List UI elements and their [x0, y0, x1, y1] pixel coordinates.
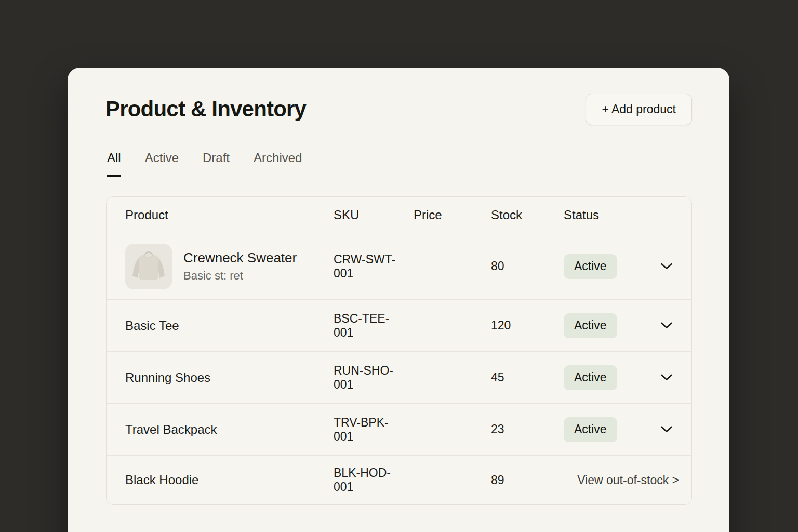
page-title: Product & Inventory: [105, 97, 306, 122]
sku-value: BLK-HOD-001: [334, 466, 414, 494]
product-text: Crewneck Sweater Basic st: ret: [183, 250, 297, 283]
table-header-row: ProductSKUPriceStockStatus: [107, 197, 691, 233]
status-filter-tabs: AllActiveDraftArchived: [107, 151, 302, 177]
product-cell: Running Shoes: [107, 370, 334, 385]
expand-row-button[interactable]: [657, 260, 676, 273]
stock-value: 80: [491, 259, 564, 273]
add-product-button[interactable]: + Add product: [586, 94, 692, 125]
column-header-sku: SKU: [334, 208, 414, 222]
chevron-down-icon: [660, 322, 673, 329]
product-thumbnail: [125, 244, 172, 289]
stock-value: 120: [491, 318, 564, 332]
column-header-status: Status: [564, 208, 647, 222]
product-table: ProductSKUPriceStockStatus Crewneck Swea…: [106, 196, 692, 505]
chevron-down-icon: [660, 426, 673, 433]
product-name: Travel Backpack: [125, 422, 217, 437]
column-header-stock: Stock: [491, 208, 564, 222]
expand-row-button[interactable]: [657, 371, 676, 384]
row-action-cell: [647, 319, 691, 332]
row-action-cell: [647, 423, 691, 436]
table-row[interactable]: Basic Tee BSC-TEE-001 120 Active: [107, 300, 691, 352]
stock-value: 45: [491, 370, 564, 384]
sku-value: BSC-TEE-001: [334, 312, 414, 340]
expand-row-button[interactable]: [657, 319, 676, 332]
product-name: Running Shoes: [125, 370, 210, 385]
table-body: Crewneck Sweater Basic st: ret CRW-SWT-0…: [107, 233, 691, 504]
product-text: Basic Tee: [125, 318, 179, 333]
tab-archived[interactable]: Archived: [254, 151, 302, 177]
chevron-down-icon: [660, 374, 673, 381]
table-row[interactable]: Crewneck Sweater Basic st: ret CRW-SWT-0…: [107, 233, 691, 300]
inventory-panel: Product & Inventory + Add product AllAct…: [68, 68, 729, 532]
status-badge: Active: [564, 313, 617, 338]
expand-row-button[interactable]: [657, 423, 676, 436]
product-text: Travel Backpack: [125, 422, 217, 437]
row-action-cell: [647, 260, 691, 273]
crewneck-sweater-image: [131, 250, 166, 283]
chevron-down-icon: [660, 263, 673, 270]
product-cell: Basic Tee: [107, 318, 334, 333]
tab-active[interactable]: Active: [145, 151, 179, 177]
table-row[interactable]: Running Shoes RUN-SHO-001 45 Active: [107, 352, 691, 404]
row-action-cell: [647, 371, 691, 384]
status-cell: Active: [564, 254, 647, 279]
sku-value: CRW-SWT-001: [334, 252, 414, 281]
product-text: Running Shoes: [125, 370, 210, 385]
tab-all[interactable]: All: [107, 151, 121, 177]
product-cell: Black Hoodie: [107, 473, 334, 487]
stock-value: 23: [491, 422, 564, 436]
status-badge: Active: [564, 254, 617, 279]
table-row[interactable]: Travel Backpack TRV-BPK-001 23 Active: [107, 404, 691, 456]
product-cell: Travel Backpack: [107, 422, 334, 437]
product-text: Black Hoodie: [125, 473, 198, 487]
view-out-of-stock-link[interactable]: View out-of-stock >: [577, 473, 691, 487]
product-cell: Crewneck Sweater Basic st: ret: [107, 244, 334, 289]
product-name: Crewneck Sweater: [183, 250, 297, 266]
product-name: Black Hoodie: [125, 473, 198, 487]
app-background: { "page": { "title": "Product & Inventor…: [0, 0, 798, 532]
product-name: Basic Tee: [125, 318, 179, 333]
product-subtitle: Basic st: ret: [183, 269, 297, 283]
status-cell: Active: [564, 417, 647, 442]
table-row[interactable]: Black Hoodie BLK-HOD-001 89 View out-of-…: [107, 456, 691, 504]
column-header-product: Product: [107, 208, 334, 222]
column-header-price: Price: [414, 208, 491, 222]
status-cell: Active: [564, 365, 647, 390]
sku-value: RUN-SHO-001: [334, 364, 414, 392]
status-badge: Active: [564, 365, 617, 390]
status-cell: Active: [564, 313, 647, 338]
tab-draft[interactable]: Draft: [203, 151, 230, 177]
sku-value: TRV-BPK-001: [334, 416, 414, 444]
stock-value: 89: [491, 473, 564, 487]
status-badge: Active: [564, 417, 617, 442]
